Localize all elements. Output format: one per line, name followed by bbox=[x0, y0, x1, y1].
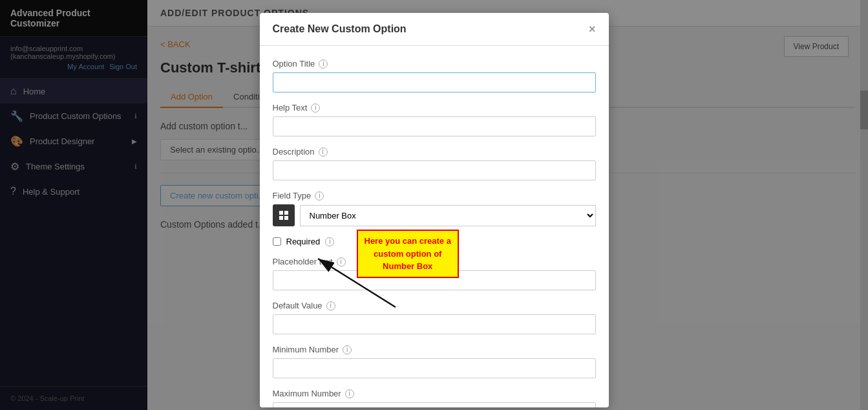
option-title-label: Option Title i bbox=[273, 59, 596, 69]
option-title-input[interactable] bbox=[273, 72, 596, 92]
option-title-info-icon: i bbox=[319, 59, 328, 69]
field-type-info-icon: i bbox=[315, 191, 324, 200]
modal-title: Create New Custom Option bbox=[273, 23, 407, 35]
description-group: Description i bbox=[273, 147, 596, 180]
default-value-info-icon: i bbox=[326, 301, 335, 310]
help-text-info-icon: i bbox=[311, 103, 320, 113]
field-type-label: Field Type i bbox=[273, 191, 596, 200]
description-input[interactable] bbox=[273, 160, 596, 180]
description-label: Description i bbox=[273, 147, 596, 156]
minimum-number-group: Minimum Number i bbox=[273, 345, 596, 378]
minimum-number-input[interactable] bbox=[273, 358, 596, 378]
field-type-row: Number Box Text Box Dropdown Radio Butto… bbox=[273, 204, 596, 226]
svg-rect-1 bbox=[284, 211, 288, 215]
placeholder-text-info-icon: i bbox=[337, 257, 346, 266]
svg-rect-2 bbox=[279, 216, 283, 220]
option-title-group: Option Title i bbox=[273, 59, 596, 92]
minimum-number-info-icon: i bbox=[343, 345, 352, 354]
field-type-group: Field Type i Number Box Text bbox=[273, 191, 596, 226]
help-text-input[interactable] bbox=[273, 116, 596, 136]
field-type-select[interactable]: Number Box Text Box Dropdown Radio Butto… bbox=[300, 205, 596, 226]
modal-body: Option Title i Help Text i Description i bbox=[260, 46, 609, 407]
maximum-number-info-icon: i bbox=[345, 389, 354, 398]
minimum-number-label: Minimum Number i bbox=[273, 345, 596, 354]
maximum-number-group: Maximum Number i bbox=[273, 389, 596, 407]
default-value-input[interactable] bbox=[273, 314, 596, 334]
description-info-icon: i bbox=[319, 147, 328, 156]
svg-rect-0 bbox=[279, 211, 283, 215]
number-box-icon bbox=[273, 204, 295, 226]
required-checkbox[interactable] bbox=[273, 237, 281, 246]
help-text-group: Help Text i bbox=[273, 103, 596, 136]
default-value-group: Default Value i bbox=[273, 301, 596, 334]
close-icon[interactable]: × bbox=[589, 23, 596, 35]
modal-header: Create New Custom Option × bbox=[260, 13, 609, 46]
modal: Create New Custom Option × Option Title … bbox=[260, 13, 609, 407]
required-label: Required bbox=[286, 237, 321, 246]
help-text-label: Help Text i bbox=[273, 103, 596, 113]
modal-overlay[interactable]: Create New Custom Option × Option Title … bbox=[0, 0, 868, 410]
default-value-label: Default Value i bbox=[273, 301, 596, 310]
required-group: Required i bbox=[273, 237, 596, 246]
placeholder-text-group: Placeholder text i bbox=[273, 257, 596, 290]
placeholder-text-input[interactable] bbox=[273, 270, 596, 290]
svg-rect-3 bbox=[284, 216, 288, 220]
required-info-icon: i bbox=[325, 237, 334, 246]
placeholder-text-label: Placeholder text i bbox=[273, 257, 596, 266]
maximum-number-input[interactable] bbox=[273, 402, 596, 407]
maximum-number-label: Maximum Number i bbox=[273, 389, 596, 398]
